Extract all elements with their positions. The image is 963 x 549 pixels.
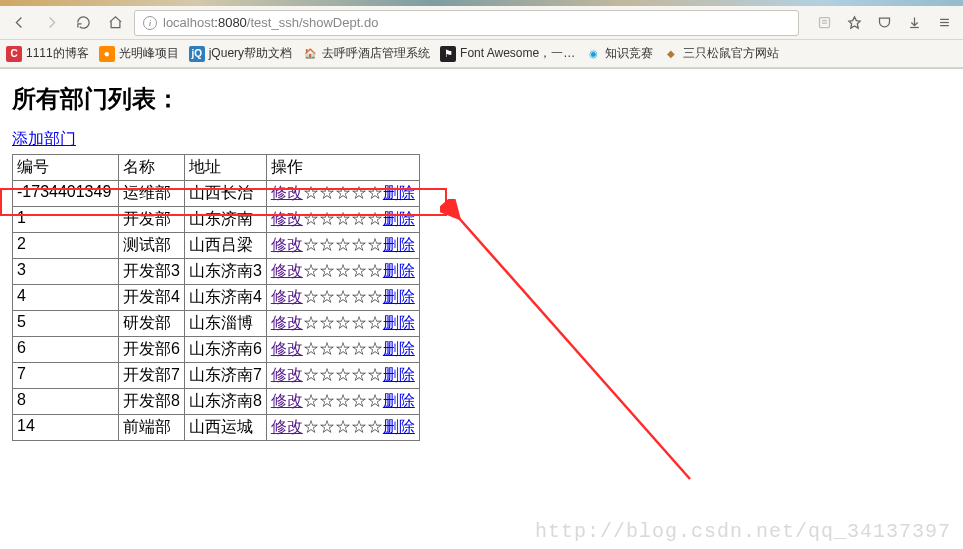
downloads-icon[interactable]	[901, 10, 927, 36]
bookmarks-bar: C1111的博客 ●光明峰项目 jQjQuery帮助文档 🏠去呼呼酒店管理系统 …	[0, 40, 963, 68]
table-row: 14前端部山西运城修改☆☆☆☆☆删除	[13, 415, 420, 441]
bookmark-star-icon[interactable]	[841, 10, 867, 36]
url-port: :8080	[214, 15, 247, 30]
bookmark-item[interactable]: ◆三只松鼠官方网站	[663, 45, 779, 62]
delete-link[interactable]: 删除	[383, 418, 415, 435]
favicon-icon: 🏠	[302, 46, 318, 62]
page-content: 所有部门列表： 添加部门 编号 名称 地址 操作 -1734401349运维部山…	[0, 69, 963, 455]
modify-link[interactable]: 修改	[271, 340, 303, 357]
header-op: 操作	[266, 155, 419, 181]
home-button[interactable]	[102, 10, 128, 36]
favicon-icon: C	[6, 46, 22, 62]
modify-link[interactable]: 修改	[271, 262, 303, 279]
annotation-arrow	[440, 199, 710, 499]
modify-link[interactable]: 修改	[271, 288, 303, 305]
svg-line-9	[458, 217, 690, 479]
reader-mode-icon[interactable]	[811, 10, 837, 36]
bookmark-item[interactable]: ⚑Font Awesome，一…	[440, 45, 575, 62]
pocket-icon[interactable]	[871, 10, 897, 36]
table-row: 4开发部4山东济南4修改☆☆☆☆☆删除	[13, 285, 420, 311]
table-row: -1734401349运维部山西长治修改☆☆☆☆☆删除	[13, 181, 420, 207]
table-row: 3开发部3山东济南3修改☆☆☆☆☆删除	[13, 259, 420, 285]
favicon-icon: ●	[99, 46, 115, 62]
bookmark-item[interactable]: jQjQuery帮助文档	[189, 45, 292, 62]
delete-link[interactable]: 删除	[383, 340, 415, 357]
bookmark-item[interactable]: ●光明峰项目	[99, 45, 179, 62]
delete-link[interactable]: 删除	[383, 184, 415, 201]
modify-link[interactable]: 修改	[271, 392, 303, 409]
header-addr: 地址	[184, 155, 266, 181]
header-name: 名称	[119, 155, 185, 181]
table-row: 7开发部7山东济南7修改☆☆☆☆☆删除	[13, 363, 420, 389]
delete-link[interactable]: 删除	[383, 210, 415, 227]
bookmark-item[interactable]: ◉知识竞赛	[585, 45, 653, 62]
svg-marker-3	[848, 17, 859, 28]
add-department-link[interactable]: 添加部门	[12, 130, 76, 147]
back-button[interactable]	[6, 10, 32, 36]
delete-link[interactable]: 删除	[383, 262, 415, 279]
modify-link[interactable]: 修改	[271, 236, 303, 253]
delete-link[interactable]: 删除	[383, 392, 415, 409]
modify-link[interactable]: 修改	[271, 184, 303, 201]
url-host: localhost	[163, 15, 214, 30]
favicon-icon: ⚑	[440, 46, 456, 62]
reload-button[interactable]	[70, 10, 96, 36]
menu-icon[interactable]	[931, 10, 957, 36]
forward-button[interactable]	[38, 10, 64, 36]
page-title: 所有部门列表：	[12, 83, 951, 115]
favicon-icon: jQ	[189, 46, 205, 62]
bookmark-item[interactable]: 🏠去呼呼酒店管理系统	[302, 45, 430, 62]
delete-link[interactable]: 删除	[383, 366, 415, 383]
site-info-icon[interactable]: i	[143, 16, 157, 30]
favicon-icon: ◆	[663, 46, 679, 62]
address-bar[interactable]: i localhost:8080/test_ssh/showDept.do	[134, 10, 799, 36]
table-header-row: 编号 名称 地址 操作	[13, 155, 420, 181]
modify-link[interactable]: 修改	[271, 418, 303, 435]
delete-link[interactable]: 删除	[383, 314, 415, 331]
table-row: 6开发部6山东济南6修改☆☆☆☆☆删除	[13, 337, 420, 363]
department-table: 编号 名称 地址 操作 -1734401349运维部山西长治修改☆☆☆☆☆删除 …	[12, 154, 420, 441]
watermark: http://blog.csdn.net/qq_34137397	[535, 520, 951, 543]
modify-link[interactable]: 修改	[271, 366, 303, 383]
browser-chrome: i localhost:8080/test_ssh/showDept.do C1…	[0, 0, 963, 69]
delete-link[interactable]: 删除	[383, 288, 415, 305]
modify-link[interactable]: 修改	[271, 210, 303, 227]
table-row: 2测试部山西吕梁修改☆☆☆☆☆删除	[13, 233, 420, 259]
table-row: 8开发部8山东济南8修改☆☆☆☆☆删除	[13, 389, 420, 415]
delete-link[interactable]: 删除	[383, 236, 415, 253]
url-path: /test_ssh/showDept.do	[247, 15, 379, 30]
table-row: 5研发部山东淄博修改☆☆☆☆☆删除	[13, 311, 420, 337]
header-id: 编号	[13, 155, 119, 181]
modify-link[interactable]: 修改	[271, 314, 303, 331]
navigation-bar: i localhost:8080/test_ssh/showDept.do	[0, 6, 963, 40]
table-row: 1开发部山东济南修改☆☆☆☆☆删除	[13, 207, 420, 233]
favicon-icon: ◉	[585, 46, 601, 62]
bookmark-item[interactable]: C1111的博客	[6, 45, 89, 62]
